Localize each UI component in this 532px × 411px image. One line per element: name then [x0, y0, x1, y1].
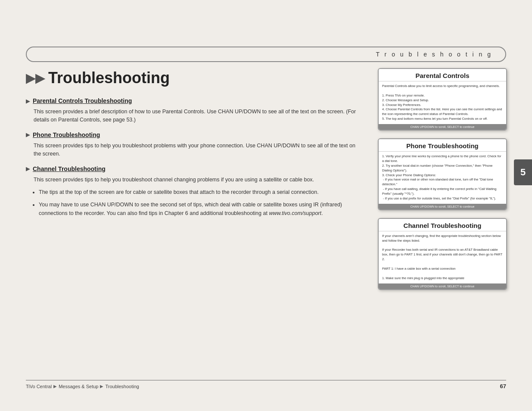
channel-troubleshooting-screenshot-text: If your channels aren't changing, find t… [382, 234, 502, 280]
channel-troubleshooting-screenshot-body: If your channels aren't changing, find t… [379, 231, 506, 283]
section-channel: ▶ Channel Troubleshooting [26, 165, 364, 172]
parental-controls-body: This screen provides a brief description… [34, 108, 364, 125]
parental-controls-heading: Parental Controls Troubleshooting [33, 97, 132, 104]
parental-controls-screenshot-title: Parental Controls [379, 69, 506, 81]
bottom-bar: TiVo Central ▶ Messages & Setup ▶ Troubl… [26, 380, 506, 389]
phone-troubleshooting-screenshot-footer: CHAN UP/DOWN to scroll, SELECT to contin… [379, 204, 506, 209]
title-arrows-icon: ▶▶ [26, 71, 45, 85]
chapter-tab: 5 [514, 159, 532, 185]
bullet-list: The tips at the top of the screen are fo… [39, 188, 364, 218]
phone-troubleshooting-screenshot: Phone Troubleshooting 1. Verify your pho… [378, 138, 507, 210]
list-item: The tips at the top of the screen are fo… [39, 188, 364, 196]
section-arrow-icon-3: ▶ [26, 165, 30, 172]
section-parental-controls: ▶ Parental Controls Troubleshooting [26, 97, 364, 104]
parental-controls-screenshot-body: Parental Controls allow you to limit acc… [379, 81, 506, 124]
channel-troubleshooting-screenshot-footer: CHAN UP/DOWN to scroll, SELECT to contin… [379, 283, 506, 289]
header-bar: T r o u b l e s h o o t i n g [26, 47, 506, 62]
page-title-text: Troubleshooting [48, 69, 170, 87]
page-title: ▶▶ Troubleshooting [26, 69, 364, 87]
breadcrumb-item-3: Troubleshooting [105, 384, 139, 389]
phone-troubleshooting-screenshot-text: 1. Verify your phone line works by conne… [382, 154, 501, 200]
channel-troubleshooting-screenshot-title: Channel Troubleshooting [379, 219, 506, 231]
channel-troubleshooting-heading: Channel Troubleshooting [33, 165, 106, 172]
bullet-text-1: The tips at the top of the screen are fo… [39, 189, 319, 195]
section-arrow-icon: ▶ [26, 98, 30, 104]
breadcrumb-item-1: TiVo Central [26, 384, 52, 389]
list-item: You may have to use CHAN UP/DOWN to see … [39, 201, 364, 218]
phone-troubleshooting-heading: Phone Troubleshooting [33, 131, 100, 138]
chapter-number: 5 [520, 167, 526, 178]
page-number: 67 [500, 383, 506, 389]
header-title: T r o u b l e s h o o t i n g [376, 51, 492, 58]
breadcrumb-item-2: Messages & Setup [59, 384, 98, 389]
bullet-text-2: You may have to use CHAN UP/DOWN to see … [39, 202, 342, 216]
phone-troubleshooting-screenshot-title: Phone Troubleshooting [379, 139, 506, 152]
phone-troubleshooting-body: This screen provides tips to help you tr… [34, 142, 364, 159]
breadcrumb: TiVo Central ▶ Messages & Setup ▶ Troubl… [26, 384, 139, 389]
parental-controls-screenshot: Parental Controls Parental Controls allo… [378, 68, 507, 131]
parental-controls-screenshot-footer: CHAN UP/DOWN to scroll, SELECT to contin… [379, 124, 506, 130]
breadcrumb-separator-2: ▶ [100, 384, 103, 389]
breadcrumb-separator-1: ▶ [53, 384, 57, 389]
tivo-link: www.tivo.com/support [269, 210, 321, 216]
channel-troubleshooting-body: This screen provides tips to help you tr… [34, 176, 364, 184]
parental-controls-screenshot-text: Parental Controls allow you to limit acc… [382, 84, 502, 121]
section-phone: ▶ Phone Troubleshooting [26, 131, 364, 138]
right-panel: Parental Controls Parental Controls allo… [378, 68, 507, 290]
section-arrow-icon-2: ▶ [26, 131, 30, 138]
phone-troubleshooting-screenshot-body: 1. Verify your phone line works by conne… [379, 152, 506, 204]
channel-troubleshooting-screenshot: Channel Troubleshooting If your channels… [378, 218, 507, 290]
main-content: ▶▶ Troubleshooting ▶ Parental Controls T… [26, 69, 364, 377]
